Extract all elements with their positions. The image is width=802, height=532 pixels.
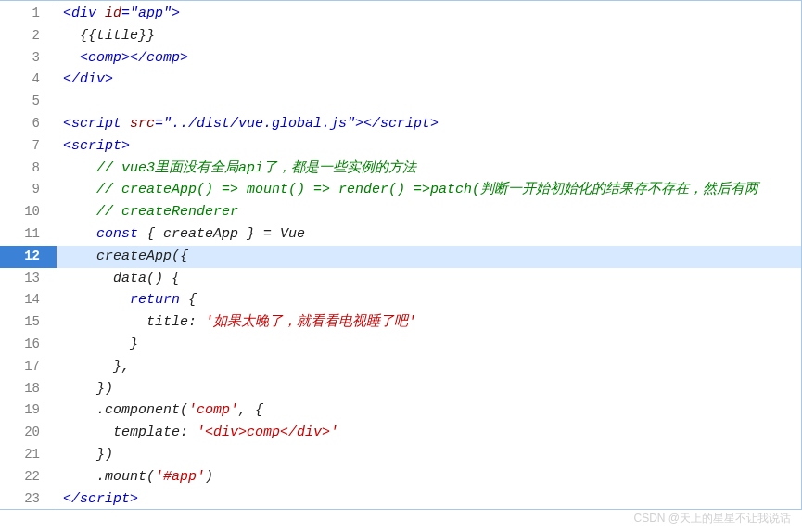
token-tag: = [121, 6, 130, 21]
line-number: 8 [0, 158, 57, 180]
line-number: 3 [0, 47, 57, 70]
code-line[interactable]: <div id="app"> [57, 3, 801, 25]
token-text [63, 248, 96, 264]
token-func: component [105, 402, 180, 418]
line-number: 20 [0, 422, 57, 444]
line-number: 1 [0, 3, 57, 25]
token-attr: id [105, 6, 121, 21]
token-strval: '<div>comp</div>' [197, 424, 338, 440]
token-text: () { [146, 271, 180, 286]
code-line[interactable]: return { [57, 289, 801, 311]
line-number: 2 [0, 25, 57, 47]
line-number: 16 [0, 334, 57, 356]
line-number: 15 [0, 311, 57, 334]
token-tag: <div [63, 6, 96, 21]
code-line[interactable]: .component('comp', { [57, 399, 801, 422]
token-text [121, 116, 130, 132]
token-attr: src [130, 116, 155, 132]
code-line[interactable]: }, [57, 356, 801, 378]
token-text [63, 160, 96, 176]
line-number: 18 [0, 378, 57, 400]
token-keyword: const [96, 226, 138, 242]
line-number: 7 [0, 135, 57, 158]
token-strval: '#app' [155, 469, 205, 485]
code-line[interactable]: template: '<div>comp</div>' [57, 422, 801, 444]
token-text: {{title}} [63, 28, 155, 44]
token-text [63, 292, 130, 308]
token-comment: // createApp() => mount() => render() =>… [96, 182, 758, 197]
code-line[interactable]: const { createApp } = Vue [57, 223, 801, 246]
token-tag: ></script> [355, 116, 439, 132]
token-comment: // createRenderer [96, 204, 238, 220]
code-line[interactable]: .mount('#app') [57, 466, 801, 488]
token-text: } = Vue [238, 226, 305, 242]
code-line[interactable]: </script> [57, 488, 801, 509]
line-number: 11 [0, 223, 57, 246]
code-line[interactable]: <comp></comp> [57, 47, 801, 70]
code-line[interactable]: <script> [57, 135, 801, 158]
code-line[interactable]: // createApp() => mount() => render() =>… [57, 179, 801, 201]
line-number: 10 [0, 201, 57, 223]
line-number: 22 [0, 466, 57, 488]
code-line[interactable]: {{title}} [57, 25, 801, 47]
token-text: { [138, 226, 163, 242]
token-text [96, 6, 105, 21]
line-number: 17 [0, 356, 57, 378]
token-keyword: return [130, 292, 180, 308]
token-text: ({ [172, 248, 188, 264]
line-number: 13 [0, 268, 57, 290]
line-number: 21 [0, 444, 57, 466]
token-text [63, 226, 96, 242]
code-line[interactable]: }) [57, 378, 801, 400]
code-line[interactable]: } [57, 334, 801, 356]
token-text: . [63, 402, 105, 418]
token-str: "app" [130, 6, 172, 21]
line-number-gutter: 1234567891011121314151617181920212223 [0, 1, 57, 509]
code-line[interactable]: <script src="../dist/vue.global.js"></sc… [57, 113, 801, 135]
token-text: ( [146, 469, 155, 485]
token-text [63, 182, 96, 197]
code-line[interactable]: }) [57, 444, 801, 466]
code-area[interactable]: <div id="app"> {{title}} <comp></comp></… [57, 1, 801, 509]
line-number: 9 [0, 179, 57, 201]
token-text: ( [180, 402, 188, 418]
token-text: }) [63, 381, 113, 397]
line-number: 4 [0, 69, 57, 91]
code-line[interactable]: title: '如果太晚了，就看看电视睡了吧' [57, 311, 801, 334]
token-tag: > [172, 6, 180, 21]
token-strval: '如果太晚了，就看看电视睡了吧' [205, 314, 416, 330]
line-number: 12 [0, 246, 57, 268]
token-tag: </div> [63, 71, 113, 87]
token-str: "../dist/vue.global.js" [163, 116, 355, 132]
code-line[interactable] [57, 91, 801, 113]
code-line[interactable]: createApp({ [57, 246, 801, 268]
token-tag: </script> [63, 491, 138, 507]
token-func: createApp [163, 226, 238, 242]
code-line[interactable]: </div> [57, 69, 801, 91]
token-func: createApp [96, 248, 172, 264]
token-text: title: [63, 314, 205, 330]
line-number: 6 [0, 113, 57, 135]
token-text: . [63, 469, 105, 485]
token-text: }) [63, 447, 113, 462]
token-text: template: [63, 424, 197, 440]
line-number: 14 [0, 289, 57, 311]
token-text: , { [238, 402, 263, 418]
token-tag: <script> [63, 138, 130, 154]
line-number: 23 [0, 488, 57, 511]
token-text: }, [63, 359, 130, 374]
token-func: data [113, 271, 146, 286]
token-text [63, 271, 113, 286]
token-text [63, 204, 96, 220]
code-line[interactable]: // vue3里面没有全局api了，都是一些实例的方法 [57, 158, 801, 180]
code-line[interactable]: data() { [57, 268, 801, 290]
token-text [63, 50, 80, 66]
code-line[interactable]: // createRenderer [57, 201, 801, 223]
token-text: { [180, 292, 197, 308]
token-text: ) [205, 469, 213, 485]
token-tag: <script [63, 116, 121, 132]
token-tag: = [155, 116, 163, 132]
watermark: CSDN @天上的星星不让我说话 [633, 511, 791, 526]
token-comment: // vue3里面没有全局api了，都是一些实例的方法 [96, 160, 416, 176]
code-editor[interactable]: 1234567891011121314151617181920212223 <d… [0, 0, 802, 510]
